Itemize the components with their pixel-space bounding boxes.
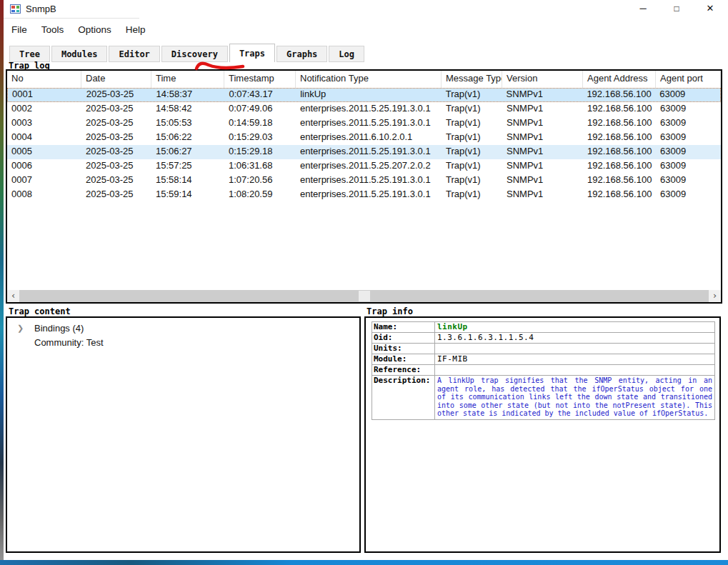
table-row[interactable]: 00032025-03-2515:05:530:14:59.18enterpri… xyxy=(7,116,721,131)
maximize-button[interactable]: □ xyxy=(664,0,689,17)
scroll-right-arrow[interactable]: › xyxy=(709,290,721,302)
cell: enterprises.2011.5.25.191.3.0.1 xyxy=(296,188,442,202)
column-header-0[interactable]: No xyxy=(7,71,81,88)
cell: Trap(v1) xyxy=(442,131,502,145)
cell: 63009 xyxy=(656,116,721,131)
cell: 2025-03-25 xyxy=(81,188,151,202)
scrollbar-track[interactable] xyxy=(19,290,709,302)
cell: enterprises.2011.5.25.191.3.0.1 xyxy=(296,145,442,159)
tree-item[interactable]: ❯Bindings (4) xyxy=(7,321,359,336)
cell: 0004 xyxy=(7,131,81,145)
cell: 0:15:29.18 xyxy=(224,145,296,159)
tab-modules[interactable]: Modules xyxy=(51,46,108,62)
tab-traps[interactable]: Traps xyxy=(229,44,275,62)
menu-file[interactable]: File xyxy=(6,24,32,35)
table-row[interactable]: 00042025-03-2515:06:220:15:29.03enterpri… xyxy=(7,131,721,145)
snmpb-window: SnmpB ─ □ ✕ FileToolsOptionsHelp TreeMod… xyxy=(4,0,728,560)
cell: 15:59:14 xyxy=(151,188,224,202)
menu-options[interactable]: Options xyxy=(73,24,116,35)
column-header-7[interactable]: Agent Address xyxy=(583,71,656,88)
trap-log-header-row: NoDateTimeTimestampNotification TypeMess… xyxy=(7,71,721,88)
info-field-label: Oid: xyxy=(372,333,435,344)
cell: 0008 xyxy=(7,188,81,202)
cell: 63009 xyxy=(656,188,721,202)
info-row: Reference: xyxy=(372,365,715,376)
scrollbar-thumb[interactable] xyxy=(359,291,370,301)
cell: enterprises.2011.5.25.191.3.0.1 xyxy=(296,174,442,188)
cell: Trap(v1) xyxy=(442,102,502,116)
cell: 1:08:20.59 xyxy=(224,188,296,202)
table-row[interactable]: 00012025-03-2514:58:370:07:43.17linkUpTr… xyxy=(7,88,721,102)
window-title: SnmpB xyxy=(26,4,56,14)
horizontal-scrollbar[interactable]: ‹ › xyxy=(7,290,721,302)
cell: Trap(v1) xyxy=(442,174,502,188)
trap-info-label: Trap info xyxy=(367,307,413,316)
cell: 15:57:25 xyxy=(151,159,224,174)
info-field-value: linkUp xyxy=(435,322,715,333)
column-header-2[interactable]: Time xyxy=(151,71,224,88)
cell: linkUp xyxy=(296,89,442,101)
minimize-button[interactable]: ─ xyxy=(631,0,655,17)
menu-help[interactable]: Help xyxy=(121,24,151,35)
cell: enterprises.2011.6.10.2.0.1 xyxy=(296,131,442,145)
tab-bar: TreeModulesEditorDiscoveryTrapsGraphsLog xyxy=(9,44,366,62)
trap-log-table: NoDateTimeTimestampNotification TypeMess… xyxy=(6,69,722,304)
cell: 192.168.56.100 xyxy=(582,89,655,101)
close-button[interactable]: ✕ xyxy=(698,0,722,17)
cell: 15:06:27 xyxy=(151,145,224,159)
column-header-3[interactable]: Timestamp xyxy=(224,71,296,88)
tree-item[interactable]: Community: Test xyxy=(7,336,359,350)
column-header-8[interactable]: Agent port xyxy=(656,71,721,88)
cell: 15:05:53 xyxy=(151,116,224,131)
cell: SNMPv1 xyxy=(502,131,583,145)
tab-log[interactable]: Log xyxy=(329,46,364,62)
tab-discovery[interactable]: Discovery xyxy=(161,46,228,62)
column-header-6[interactable]: Version xyxy=(502,71,583,88)
cell: 192.168.56.100 xyxy=(583,131,656,145)
info-row: Module:IF-MIB xyxy=(372,354,715,365)
table-row[interactable]: 00082025-03-2515:59:141:08:20.59enterpri… xyxy=(7,188,721,202)
cell: SNMPv1 xyxy=(502,174,583,188)
cell: SNMPv1 xyxy=(502,145,583,159)
trap-info-table: Name:linkUpOid:1.3.6.1.6.3.1.1.5.4Units:… xyxy=(372,321,715,420)
app-icon xyxy=(10,4,21,14)
cell: 0:15:29.03 xyxy=(224,131,296,145)
info-field-value xyxy=(435,344,715,354)
cell: 0:07:43.17 xyxy=(224,89,296,101)
cell: SNMPv1 xyxy=(502,89,583,101)
tab-graphs[interactable]: Graphs xyxy=(276,46,327,62)
scroll-left-arrow[interactable]: ‹ xyxy=(7,290,19,302)
title-bar[interactable]: SnmpB ─ □ ✕ xyxy=(4,0,728,19)
trap-content-label: Trap content xyxy=(9,307,71,316)
menu-tools[interactable]: Tools xyxy=(36,24,69,35)
cell: 192.168.56.100 xyxy=(583,102,656,116)
expand-chevron-icon[interactable]: ❯ xyxy=(17,321,24,336)
column-header-4[interactable]: Notification Type xyxy=(296,71,442,88)
cell: 192.168.56.100 xyxy=(583,188,656,202)
table-row[interactable]: 00052025-03-2515:06:270:15:29.18enterpri… xyxy=(7,145,721,159)
column-header-1[interactable]: Date xyxy=(81,71,151,88)
info-row: Units: xyxy=(372,344,715,354)
cell: 63009 xyxy=(656,102,721,116)
cell: Trap(v1) xyxy=(442,145,502,159)
cell: 0006 xyxy=(7,159,81,174)
column-header-5[interactable]: Message Type xyxy=(442,71,502,88)
tab-tree[interactable]: Tree xyxy=(9,46,50,62)
cell: 2025-03-25 xyxy=(81,116,151,131)
info-field-label: Reference: xyxy=(372,365,435,376)
cell: Trap(v1) xyxy=(442,159,502,174)
cell: 1:06:31.68 xyxy=(224,159,296,174)
cell: 15:06:22 xyxy=(151,131,224,145)
table-row[interactable]: 00062025-03-2515:57:251:06:31.68enterpri… xyxy=(7,159,721,174)
cell: 2025-03-25 xyxy=(81,145,151,159)
cell: 63009 xyxy=(656,159,721,174)
cell: 0003 xyxy=(7,116,81,131)
screen: SnmpB ─ □ ✕ FileToolsOptionsHelp TreeMod… xyxy=(0,0,728,565)
info-field-label: Module: xyxy=(372,354,435,365)
table-row[interactable]: 00022025-03-2514:58:420:07:49.06enterpri… xyxy=(7,102,721,116)
cell: 0:14:59.18 xyxy=(224,116,296,131)
cell: 192.168.56.100 xyxy=(583,174,656,188)
cell: Trap(v1) xyxy=(442,116,502,131)
table-row[interactable]: 00072025-03-2515:58:141:07:20.56enterpri… xyxy=(7,174,721,188)
tab-editor[interactable]: Editor xyxy=(109,46,159,62)
